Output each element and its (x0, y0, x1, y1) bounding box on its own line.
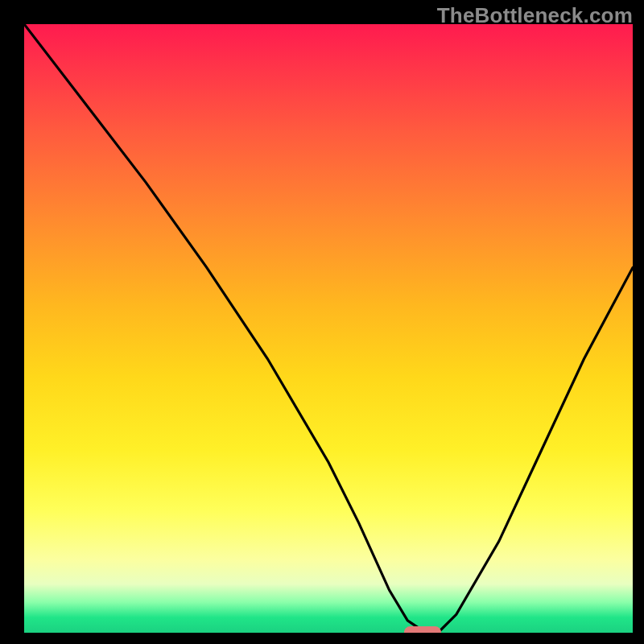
bottleneck-curve (24, 24, 633, 633)
chart-plot-area (24, 24, 633, 633)
watermark-text: TheBottleneck.com (437, 3, 633, 28)
chart-curve-svg (24, 24, 633, 633)
optimal-range-marker (404, 626, 441, 633)
